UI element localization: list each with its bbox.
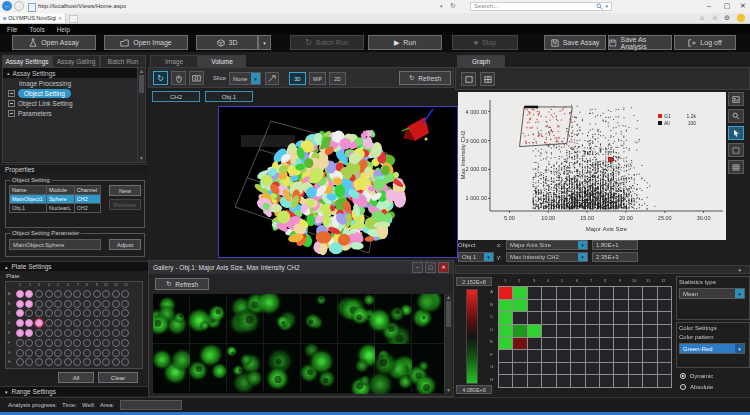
window-maximize-button[interactable]: ▢ bbox=[720, 1, 734, 11]
plate-well[interactable] bbox=[73, 300, 81, 308]
plate-well[interactable] bbox=[35, 358, 43, 366]
plate-well[interactable] bbox=[25, 319, 33, 327]
window-close-button[interactable]: ✕ bbox=[736, 1, 750, 11]
search-icon[interactable] bbox=[596, 3, 603, 10]
gallery-thumbnails[interactable] bbox=[153, 294, 447, 394]
plate-well[interactable] bbox=[121, 309, 129, 317]
heatmap-cell[interactable] bbox=[571, 325, 584, 337]
window-minimize-button[interactable]: – bbox=[702, 1, 716, 11]
tree-item-parameters[interactable]: Parameters bbox=[3, 108, 145, 118]
plate-well[interactable] bbox=[121, 300, 129, 308]
heatmap-cell[interactable] bbox=[600, 325, 613, 337]
plate-well[interactable] bbox=[64, 339, 72, 347]
adjust-button[interactable]: Adjust bbox=[109, 239, 141, 250]
heatmap-cell[interactable] bbox=[571, 350, 584, 362]
heatmap-cell[interactable] bbox=[499, 300, 512, 312]
heatmap-cell[interactable] bbox=[586, 363, 599, 375]
volume-3d-render[interactable] bbox=[219, 107, 457, 257]
heatmap-cell[interactable] bbox=[600, 300, 613, 312]
plate-well[interactable] bbox=[112, 290, 120, 298]
heatmap-separator[interactable]: ▾ bbox=[455, 265, 750, 274]
view-3d-button[interactable]: 3D bbox=[196, 35, 258, 50]
plate-well[interactable] bbox=[73, 329, 81, 337]
heatmap-cell[interactable] bbox=[586, 300, 599, 312]
gallery-minimize-button[interactable]: – bbox=[412, 262, 423, 273]
plate-well[interactable] bbox=[64, 300, 72, 308]
home-icon[interactable]: ⌂ bbox=[700, 14, 704, 21]
heatmap-cell[interactable] bbox=[571, 375, 584, 387]
heatmap-cell[interactable] bbox=[571, 300, 584, 312]
gallery-refresh-button[interactable]: ↻ Refresh bbox=[155, 278, 209, 290]
plate-well[interactable] bbox=[54, 358, 62, 366]
tree-item-object-setting[interactable]: Object Setting bbox=[3, 88, 145, 98]
plate-well[interactable] bbox=[112, 329, 120, 337]
heatmap-cell[interactable] bbox=[528, 350, 541, 362]
heatmap-cell[interactable] bbox=[499, 363, 512, 375]
heatmap-cell[interactable] bbox=[600, 363, 613, 375]
plate-well[interactable] bbox=[121, 339, 129, 347]
heatmap-cell[interactable] bbox=[513, 312, 526, 324]
plate-well[interactable] bbox=[93, 358, 101, 366]
plate-well[interactable] bbox=[112, 358, 120, 366]
search-input[interactable]: Search... ▾ bbox=[470, 2, 612, 11]
tree-item-image-processing[interactable]: Image Processing bbox=[3, 78, 145, 88]
plate-well[interactable] bbox=[16, 329, 24, 337]
plate-well[interactable] bbox=[45, 309, 53, 317]
heatmap-cell[interactable] bbox=[499, 375, 512, 387]
heatmap-cell[interactable] bbox=[586, 287, 599, 299]
heatmap-cell[interactable] bbox=[513, 287, 526, 299]
heatmap-cell[interactable] bbox=[629, 375, 642, 387]
heatmap-cell[interactable] bbox=[557, 300, 570, 312]
plate-well[interactable] bbox=[16, 290, 24, 298]
plate-well[interactable] bbox=[93, 339, 101, 347]
rectangle-gate-button[interactable] bbox=[728, 143, 744, 157]
heatmap-cell[interactable] bbox=[614, 312, 627, 324]
export-image-button[interactable] bbox=[728, 92, 744, 106]
scatter-plot[interactable] bbox=[458, 92, 726, 240]
plate-well[interactable] bbox=[54, 329, 62, 337]
plate-well[interactable] bbox=[25, 339, 33, 347]
heatmap-cell[interactable] bbox=[643, 363, 656, 375]
heatmap-cell[interactable] bbox=[499, 325, 512, 337]
heatmap-cell[interactable] bbox=[614, 375, 627, 387]
object-dropdown[interactable]: Obj.1▾ bbox=[458, 252, 494, 262]
save-assay-button[interactable]: Save Assay bbox=[544, 35, 606, 50]
plate-well[interactable] bbox=[64, 319, 72, 327]
tab-close-icon[interactable]: ✕ bbox=[58, 16, 62, 21]
heatmap-cell[interactable] bbox=[542, 363, 555, 375]
heatmap-cell[interactable] bbox=[614, 363, 627, 375]
heatmap-cell[interactable] bbox=[513, 350, 526, 362]
heatmap-cell[interactable] bbox=[557, 312, 570, 324]
forward-button[interactable]: → bbox=[14, 1, 24, 11]
plate-well[interactable] bbox=[102, 349, 110, 357]
plate-well[interactable] bbox=[93, 290, 101, 298]
heatmap-cell[interactable] bbox=[528, 287, 541, 299]
quad-chart-layout-button[interactable] bbox=[480, 72, 495, 86]
heatmap-cell[interactable] bbox=[542, 287, 555, 299]
plate-well[interactable] bbox=[64, 290, 72, 298]
heatmap-cell[interactable] bbox=[586, 325, 599, 337]
new-tab-button[interactable] bbox=[69, 15, 78, 23]
plate-well[interactable] bbox=[112, 309, 120, 317]
plate-well[interactable] bbox=[54, 349, 62, 357]
heatmap-cell[interactable] bbox=[586, 375, 599, 387]
plate-well[interactable] bbox=[102, 358, 110, 366]
heatmap-cell[interactable] bbox=[557, 338, 570, 350]
plate-well[interactable] bbox=[121, 358, 129, 366]
plate-well[interactable] bbox=[73, 309, 81, 317]
x-feature-dropdown[interactable]: Major Axis Size▾ bbox=[506, 240, 588, 250]
avatar[interactable] bbox=[737, 14, 745, 22]
expander-icon[interactable] bbox=[8, 100, 15, 107]
plate-well[interactable] bbox=[35, 339, 43, 347]
menu-help[interactable]: Help bbox=[57, 26, 70, 33]
plate-well[interactable] bbox=[83, 309, 91, 317]
heatmap-cell[interactable] bbox=[499, 350, 512, 362]
heatmap-cell[interactable] bbox=[557, 375, 570, 387]
plate-well[interactable] bbox=[73, 349, 81, 357]
plate-well[interactable] bbox=[16, 300, 24, 308]
plate-well[interactable] bbox=[16, 349, 24, 357]
heatmap-cell[interactable] bbox=[528, 300, 541, 312]
plate-well[interactable] bbox=[112, 349, 120, 357]
back-button[interactable]: ← bbox=[2, 1, 12, 11]
plate-well[interactable] bbox=[102, 329, 110, 337]
